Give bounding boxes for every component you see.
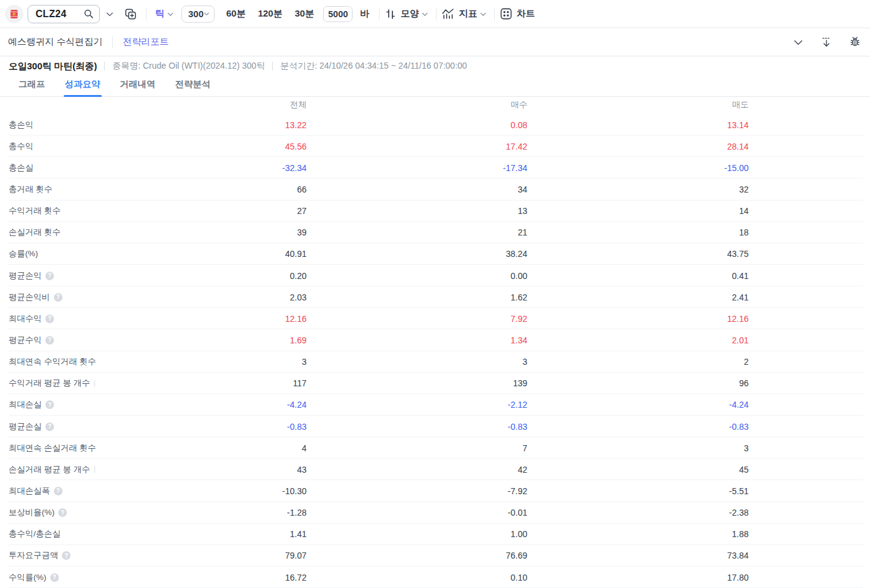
metric-label: 손실거래 평균 봉 개수 bbox=[9, 464, 90, 475]
help-icon[interactable]: ? bbox=[50, 573, 59, 582]
label-tickmark bbox=[94, 380, 95, 387]
metric-label: 수익률(%) bbox=[9, 572, 47, 583]
collapse-chevron-icon[interactable] bbox=[792, 36, 804, 48]
value-sell: 3 bbox=[614, 443, 749, 453]
report-tab[interactable]: 전략분석 bbox=[174, 76, 212, 96]
toolbar-divider bbox=[379, 8, 380, 20]
value-total: 117 bbox=[172, 378, 307, 388]
report-tab[interactable]: 그래프 bbox=[17, 76, 47, 96]
strategy-infobar: 오일300틱 마틴(최종) 종목명: Crude Oil (WTI)(2024.… bbox=[0, 56, 870, 76]
table-row: 손실거래 평균 봉 개수 ? 43 42 45 bbox=[0, 459, 870, 480]
value-sell: 17.80 bbox=[614, 573, 749, 582]
interval-button[interactable]: 120분 bbox=[255, 6, 286, 22]
menubar-divider bbox=[112, 37, 113, 48]
metric-label: 총손실 bbox=[9, 162, 34, 174]
toolbar-divider bbox=[494, 8, 495, 20]
strategy-menubar: 예스랭귀지 수식편집기 전략리포트 bbox=[0, 28, 870, 56]
metric-label: 총수익 bbox=[9, 141, 34, 152]
table-row: 보상비율(%) ? -1.28 -0.01 -2.38 bbox=[0, 502, 870, 524]
value-buy: 1.62 bbox=[392, 292, 527, 302]
metric-label: 최대손실폭 bbox=[9, 486, 50, 497]
help-icon[interactable]: ? bbox=[45, 272, 54, 280]
value-buy: 38.24 bbox=[392, 249, 527, 259]
table-row: 총수익 ? 45.56 17.42 28.14 bbox=[0, 136, 870, 157]
value-buy: 7.92 bbox=[392, 314, 527, 324]
help-icon[interactable]: ? bbox=[54, 293, 63, 302]
value-total: 79.07 bbox=[172, 551, 307, 560]
search-icon[interactable] bbox=[83, 9, 94, 19]
instrument-name: 종목명: Crude Oil (WTI)(2024.12) 300틱 bbox=[112, 61, 265, 72]
column-header: 전체 bbox=[172, 99, 307, 110]
metric-label: 수익거래 횟수 bbox=[9, 205, 61, 216]
table-header-row: 전체매수매도 bbox=[0, 97, 870, 114]
metric-label: 투자요구금액 bbox=[9, 550, 58, 561]
help-icon[interactable]: ? bbox=[45, 400, 54, 409]
column-header: 매수 bbox=[392, 99, 527, 110]
bar-mode-button[interactable]: 바 bbox=[357, 7, 372, 21]
label-tickmark bbox=[94, 466, 95, 473]
tick-size-value: 300 bbox=[188, 9, 204, 19]
value-sell: -4.24 bbox=[614, 400, 749, 410]
value-sell: 0.41 bbox=[614, 271, 749, 281]
value-sell: -15.00 bbox=[614, 163, 749, 173]
value-total: 66 bbox=[172, 185, 307, 194]
shape-menu-label: 모양 bbox=[400, 8, 419, 20]
report-tab[interactable]: 거래내역 bbox=[119, 76, 157, 96]
help-icon[interactable]: ? bbox=[45, 422, 54, 431]
debug-bug-icon[interactable] bbox=[849, 36, 861, 48]
metric-label: 승률(%) bbox=[9, 248, 38, 259]
tick-size-select[interactable]: 300 bbox=[181, 6, 215, 23]
report-tab[interactable]: 성과요약 bbox=[64, 76, 102, 96]
value-buy: 0.10 bbox=[392, 573, 527, 582]
symbol-dropdown-chevron-icon[interactable] bbox=[105, 10, 114, 18]
metric-label: 최대연속 손실거래 횟수 bbox=[9, 443, 96, 454]
help-icon[interactable]: ? bbox=[45, 336, 54, 345]
download-icon[interactable] bbox=[820, 36, 833, 48]
table-row: 평균손익 ? 0.20 0.00 0.41 bbox=[0, 265, 870, 286]
table-row: 평균손실 ? -0.83 -0.83 -0.83 bbox=[0, 416, 870, 437]
chart-layout-label: 차트 bbox=[516, 8, 535, 20]
value-sell: 2.41 bbox=[614, 292, 749, 302]
metric-label: 총거래 횟수 bbox=[9, 184, 52, 195]
report-tabs: 그래프성과요약거래내역전략분석 bbox=[0, 76, 870, 97]
value-total: 3 bbox=[172, 357, 307, 367]
help-icon[interactable]: ? bbox=[58, 508, 67, 517]
strategy-report-link[interactable]: 전략리포트 bbox=[123, 36, 169, 48]
shape-menu[interactable]: 모양 bbox=[384, 8, 429, 20]
interval-button[interactable]: 60분 bbox=[223, 6, 249, 22]
bar-count-input[interactable]: 5000 bbox=[323, 6, 353, 22]
duplicate-chart-icon[interactable] bbox=[124, 7, 137, 21]
help-icon[interactable]: ? bbox=[54, 487, 63, 495]
value-sell: 45 bbox=[614, 465, 749, 475]
interval-button[interactable]: 30분 bbox=[292, 6, 318, 22]
value-total: 4 bbox=[172, 443, 307, 453]
metric-label: 평균수익 bbox=[9, 335, 42, 346]
value-buy: 7 bbox=[392, 443, 527, 453]
value-total: 27 bbox=[172, 206, 307, 216]
value-total: 16.72 bbox=[172, 573, 307, 582]
value-total: -1.28 bbox=[172, 508, 307, 517]
metric-label: 평균손익 bbox=[9, 270, 42, 281]
tick-mode-chevron-icon[interactable] bbox=[167, 10, 174, 18]
value-total: 40.91 bbox=[172, 249, 307, 259]
tick-mode-button[interactable]: 틱 bbox=[155, 8, 164, 20]
chart-layout-menu[interactable]: 차트 bbox=[500, 7, 535, 20]
indicator-menu[interactable]: 지표 bbox=[441, 8, 487, 20]
bar-count-value: 5000 bbox=[328, 9, 348, 19]
metric-label: 총손익 bbox=[9, 120, 34, 131]
formula-editor-button[interactable]: 예스랭귀지 수식편집기 bbox=[8, 35, 102, 49]
indicator-menu-label: 지표 bbox=[459, 8, 477, 20]
strategy-name: 오일300틱 마틴(최종) bbox=[9, 61, 97, 72]
value-sell: 13.14 bbox=[614, 120, 749, 130]
value-total: 1.41 bbox=[172, 529, 307, 539]
help-icon[interactable]: ? bbox=[62, 551, 71, 560]
value-sell: 12.16 bbox=[614, 314, 749, 324]
table-row: 최대손실폭 ? -10.30 -7.92 -5.51 bbox=[0, 480, 870, 502]
value-sell: 18 bbox=[614, 227, 749, 237]
help-icon[interactable]: ? bbox=[45, 315, 54, 323]
symbol-search-input[interactable]: CLZ24 bbox=[28, 5, 100, 23]
trading-app-window: CLZ24 틱 30 bbox=[0, 0, 870, 588]
value-total: 13.22 bbox=[172, 120, 307, 130]
value-total: -32.34 bbox=[172, 163, 307, 173]
value-buy: -17.34 bbox=[392, 163, 527, 173]
